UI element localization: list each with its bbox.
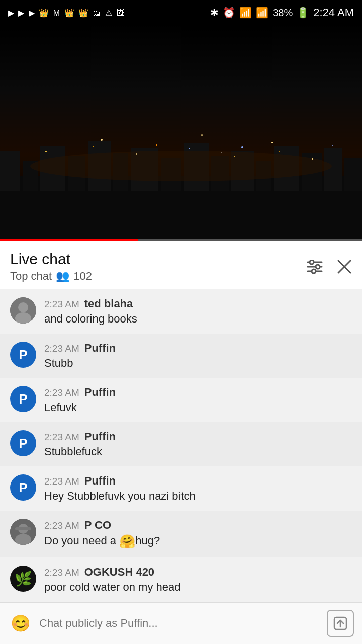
live-chat-title-area: Live chat Top chat 👥 102 — [10, 251, 92, 283]
svg-rect-23 — [279, 151, 280, 152]
close-button[interactable] — [337, 259, 352, 274]
svg-rect-20 — [136, 153, 137, 155]
status-icons: ▶ ▶ ▶ 👑 M 👑 👑 🗂 ⚠ 🖼 — [8, 8, 125, 18]
status-bar: ▶ ▶ ▶ 👑 M 👑 👑 🗂 ⚠ 🖼 ✱ ⏰ 📶 📶 38% 🔋 2:24 A… — [0, 0, 362, 25]
wifi-icon: 📶 — [239, 7, 252, 19]
sliders-button[interactable] — [307, 260, 323, 274]
alarm-icon: ⏰ — [223, 7, 235, 19]
message-text: Stubblefuck — [44, 445, 352, 458]
avatar — [10, 297, 36, 324]
video-progress-fill — [0, 239, 138, 242]
chat-messages-list: 2:23 AM ted blaha and coloring books P 2… — [0, 289, 362, 644]
svg-rect-1 — [0, 151, 20, 191]
battery-icon: 🔋 — [297, 7, 309, 19]
avatar: P — [10, 430, 36, 456]
svg-point-34 — [18, 302, 28, 312]
message-time: 2:23 AM — [44, 567, 79, 578]
video-player[interactable] — [0, 25, 362, 242]
avatar: 🌿 — [10, 566, 36, 592]
viewer-count: 102 — [73, 270, 92, 283]
message-author: Puffin — [84, 386, 116, 399]
list-item: P 2:23 AM Puffin Stubblefuck — [0, 422, 362, 466]
message-meta: 2:23 AM Puffin — [44, 474, 352, 488]
svg-rect-18 — [45, 151, 47, 152]
message-content: 2:23 AM P CO Do you need a 🤗hug? — [44, 519, 352, 549]
message-content: 2:23 AM Puffin Stubb — [44, 342, 352, 370]
message-author: Puffin — [84, 430, 116, 443]
svg-point-17 — [30, 151, 332, 181]
people-icon: 👥 — [56, 270, 69, 283]
list-item: 2:23 AM ted blaha and coloring books — [0, 289, 362, 334]
message-content: 2:23 AM OGKUSH 420 poor cold water on my… — [44, 566, 352, 594]
message-author: Puffin — [84, 342, 116, 355]
emoji-button[interactable]: 😊 — [8, 611, 33, 636]
message-meta: 2:23 AM Puffin — [44, 430, 352, 443]
svg-point-26 — [310, 260, 314, 264]
message-author: Puffin — [84, 474, 116, 488]
send-button[interactable] — [327, 610, 354, 637]
message-meta: 2:23 AM Puffin — [44, 386, 352, 399]
svg-point-30 — [312, 269, 316, 273]
message-time: 2:23 AM — [44, 520, 79, 531]
svg-rect-16 — [344, 158, 362, 191]
avatar: P — [10, 474, 36, 501]
message-author: P CO — [84, 519, 111, 532]
list-item: P 2:23 AM Puffin Stubb — [0, 334, 362, 378]
svg-rect-21 — [189, 148, 190, 149]
message-meta: 2:23 AM P CO — [44, 519, 352, 532]
message-text: Stubb — [44, 357, 352, 370]
top-chat-label: Top chat — [10, 270, 52, 283]
svg-rect-19 — [93, 146, 94, 147]
clock: 2:24 AM — [313, 6, 354, 19]
message-meta: 2:23 AM Puffin — [44, 342, 352, 355]
message-content: 2:23 AM Puffin Stubblefuck — [44, 430, 352, 458]
message-text: Lefuvk — [44, 401, 352, 414]
live-chat-header: Live chat Top chat 👥 102 — [0, 242, 362, 289]
svg-rect-24 — [312, 158, 313, 160]
message-time: 2:23 AM — [44, 432, 79, 443]
list-item: 2:23 AM P CO Do you need a 🤗hug? — [0, 511, 362, 557]
chat-input[interactable] — [39, 617, 321, 630]
chat-input-area: 😊 — [0, 602, 362, 644]
message-content: 2:23 AM ted blaha and coloring books — [44, 297, 352, 326]
message-text: Hey Stubblefuvk you nazi bitch — [44, 490, 352, 503]
bluetooth-icon: ✱ — [210, 7, 219, 19]
video-progress-bar[interactable] — [0, 239, 362, 242]
battery-percent: 38% — [273, 7, 293, 19]
list-item: 🌿 2:23 AM OGKUSH 420 poor cold water on … — [0, 557, 362, 602]
live-chat-subtitle: Top chat 👥 102 — [10, 270, 92, 283]
svg-rect-38 — [15, 527, 31, 530]
list-item: P 2:23 AM Puffin Hey Stubblefuvk you naz… — [0, 466, 362, 511]
emoji-icon: 😊 — [11, 614, 31, 633]
avatar — [10, 519, 36, 545]
message-content: 2:23 AM Puffin Lefuvk — [44, 386, 352, 414]
svg-point-28 — [316, 265, 320, 269]
hug-emoji: 🤗 — [119, 534, 135, 549]
live-chat-icons — [307, 259, 352, 274]
message-meta: 2:23 AM ted blaha — [44, 297, 352, 310]
message-text: poor cold water on my head — [44, 581, 352, 594]
send-icon — [333, 616, 347, 630]
message-time: 2:23 AM — [44, 476, 79, 487]
message-content: 2:23 AM Puffin Hey Stubblefuvk you nazi … — [44, 474, 352, 503]
status-bar-left: ▶ ▶ ▶ 👑 M 👑 👑 🗂 ⚠ 🖼 — [8, 8, 125, 18]
message-meta: 2:23 AM OGKUSH 420 — [44, 566, 352, 579]
signal-icon: 📶 — [256, 7, 268, 19]
live-chat-title: Live chat — [10, 251, 92, 268]
svg-rect-22 — [234, 156, 235, 157]
message-time: 2:23 AM — [44, 299, 79, 310]
message-text: Do you need a 🤗hug? — [44, 534, 352, 549]
message-author: OGKUSH 420 — [84, 566, 154, 579]
list-item: P 2:23 AM Puffin Lefuvk — [0, 378, 362, 422]
message-author: ted blaha — [84, 297, 133, 310]
status-bar-right: ✱ ⏰ 📶 📶 38% 🔋 2:24 AM — [210, 6, 354, 19]
avatar: P — [10, 342, 36, 368]
message-time: 2:23 AM — [44, 387, 79, 398]
message-text: and coloring books — [44, 312, 352, 326]
avatar: P — [10, 386, 36, 412]
message-time: 2:23 AM — [44, 343, 79, 354]
